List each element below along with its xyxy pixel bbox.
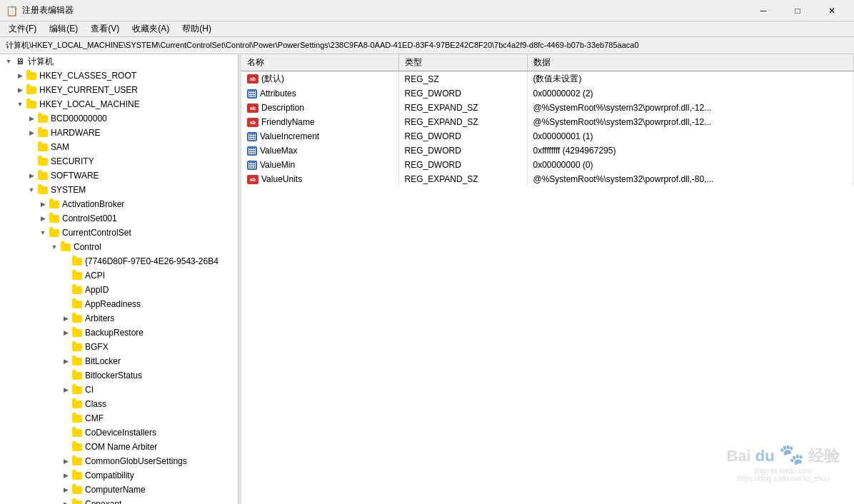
tree-node-system[interactable]: ▼ SYSTEM [0,183,238,197]
tree-node-hklocal[interactable]: ▼ HKEY_LOCAL_MACHINE [0,97,238,111]
table-row[interactable]: abDescriptionREG_EXPAND_SZ@%SystemRoot%\… [241,101,854,115]
expand-icon[interactable]: ▼ [49,241,60,253]
tree-node-hkcurrent[interactable]: ▶ HKEY_CURRENT_USER [0,83,238,97]
tree-node-hardware[interactable]: ▶ HARDWARE [0,126,238,140]
tree-node-conexant[interactable]: ▶ Conexant [0,497,238,504]
tree-node-codeviceinstallers[interactable]: CoDeviceInstallers [0,425,238,440]
tree-node-backuprestore[interactable]: ▶ BackupRestore [0,326,238,340]
tree-label: HARDWARE [51,128,101,138]
table-row[interactable]: ab(默认)REG_SZ(数值未设置) [241,71,854,87]
tree-node-arbiters[interactable]: ▶ Arbiters [0,311,238,326]
expand-icon[interactable]: ▼ [3,56,14,67]
menu-view[interactable]: 查看(V) [85,21,125,36]
tree-label: Class [85,399,106,409]
expand-icon[interactable]: ▶ [14,70,26,81]
expand-icon[interactable]: ▼ [14,99,26,110]
tree-node-bitlockerstatus[interactable]: BitlockerStatus [0,368,238,383]
tree-label: SECURITY [51,156,94,166]
expand-icon[interactable]: ▶ [60,455,71,467]
folder-icon [71,298,83,310]
tree-node-computername[interactable]: ▶ ComputerName [0,483,238,497]
watermark-baidu: Bai [726,447,750,465]
tree-label: CI [85,385,94,395]
maximize-button[interactable]: □ [781,0,814,21]
cell-name: ValueMax [241,143,398,158]
watermark-url2: https://blog.csdn.net/xc_zhou [726,475,840,483]
expand-icon[interactable]: ▶ [60,327,71,338]
tree-node-controlset001[interactable]: ▶ ControlSet001 [0,211,238,226]
tree-node-security[interactable]: SECURITY [0,154,238,168]
menu-help[interactable]: 帮助(H) [176,21,217,36]
expand-icon[interactable]: ▶ [60,498,71,504]
cell-name: abDescription [241,101,398,115]
tree-node-bitlocker[interactable]: ▶ BitLocker [0,354,238,368]
menu-edit[interactable]: 编辑(E) [44,21,84,36]
expand-icon[interactable]: ▶ [60,470,71,481]
tree-label: CMF [85,413,104,423]
address-text: 计算机\HKEY_LOCAL_MACHINE\SYSTEM\CurrentCon… [3,39,851,52]
tree-node-cmf[interactable]: CMF [0,411,238,425]
computer-icon: 🖥 [14,56,26,67]
tree-label: BGFX [85,342,109,352]
tree-node-activationbroker[interactable]: ▶ ActivationBroker [0,197,238,211]
expand-icon[interactable]: ▼ [37,227,49,238]
tree-node-computer[interactable]: ▼ 🖥 计算机 [0,54,238,69]
tree-node-sam[interactable]: SAM [0,140,238,154]
menu-favorites[interactable]: 收藏夹(A) [126,21,175,36]
folder-icon [71,356,83,367]
tree-label: Control [74,242,101,252]
expand-icon[interactable]: ▼ [26,184,37,196]
tree-label: COM Name Arbiter [85,442,157,452]
tree-node-hkclasses[interactable]: ▶ HKEY_CLASSES_ROOT [0,69,238,83]
table-row[interactable]: ValueMaxREG_DWORD0xffffffff (4294967295) [241,143,854,158]
close-button[interactable]: ✕ [815,0,848,21]
expand-icon[interactable]: ▶ [60,484,71,495]
tree-node-commonglobusersettings[interactable]: ▶ CommonGlobUserSettings [0,454,238,468]
expand-icon[interactable]: ▶ [26,127,37,138]
tree-node-ci[interactable]: ▶ CI [0,383,238,397]
expand-icon[interactable]: ▶ [60,384,71,395]
folder-icon [37,184,49,196]
expand-icon[interactable]: ▶ [60,356,71,367]
tree-node-7746d80f[interactable]: {7746D80F-97E0-4E26-9543-26B4 [0,254,238,268]
tree-node-bgfx[interactable]: BGFX [0,340,238,354]
tree-panel[interactable]: ▼ 🖥 计算机 ▶ HKEY_CLASSES_ROOT ▶ HKEY_CURRE… [0,54,238,504]
tree-label: HKEY_LOCAL_MACHINE [39,99,140,109]
tree-node-bcd[interactable]: ▶ BCD00000000 [0,111,238,126]
tree-node-acpi[interactable]: ACPI [0,268,238,283]
table-row[interactable]: AttributesREG_DWORD0x00000002 (2) [241,86,854,101]
menu-bar: 文件(F) 编辑(E) 查看(V) 收藏夹(A) 帮助(H) [0,21,854,37]
tree-node-control[interactable]: ▼ Control [0,240,238,254]
expand-icon[interactable]: ▶ [26,113,37,124]
tree-node-comnamearbiter[interactable]: COM Name Arbiter [0,440,238,454]
table-row[interactable]: abValueUnitsREG_EXPAND_SZ@%SystemRoot%\s… [241,172,854,186]
expand-icon[interactable]: ▶ [60,313,71,324]
tree-node-compatibility[interactable]: ▶ Compatibility [0,468,238,483]
folder-icon [26,84,37,96]
tree-node-appreadiness[interactable]: AppReadiness [0,297,238,311]
expand-icon[interactable]: ▶ [14,84,26,96]
expand-icon[interactable]: ▶ [26,170,37,181]
tree-node-currentcontrolset[interactable]: ▼ CurrentControlSet [0,226,238,240]
folder-icon [37,127,49,138]
tree-label: AppReadiness [85,299,141,309]
cell-data: 0xffffffff (4294967295) [527,143,854,158]
minimize-button[interactable]: ─ [747,0,780,21]
tree-node-class[interactable]: Class [0,397,238,411]
tree-node-appid[interactable]: AppID [0,283,238,297]
cell-data: 0x00000000 (0) [527,158,854,172]
folder-icon [71,470,83,481]
cell-data: 0x00000002 (2) [527,86,854,101]
table-row[interactable]: ValueMinREG_DWORD0x00000000 (0) [241,158,854,172]
tree-label: BackupRestore [85,328,144,338]
title-bar: 📋 注册表编辑器 ─ □ ✕ [0,0,854,21]
tree-node-software[interactable]: ▶ SOFTWARE [0,168,238,183]
menu-file[interactable]: 文件(F) [3,21,42,36]
folder-icon [26,99,37,110]
table-row[interactable]: ValueIncrementREG_DWORD0x00000001 (1) [241,129,854,143]
expand-icon[interactable]: ▶ [37,213,49,224]
tree-label: {7746D80F-97E0-4E26-9543-26B4 [85,256,218,266]
folder-icon [71,341,83,353]
expand-icon[interactable]: ▶ [37,198,49,210]
table-row[interactable]: abFriendlyNameREG_EXPAND_SZ@%SystemRoot%… [241,115,854,129]
